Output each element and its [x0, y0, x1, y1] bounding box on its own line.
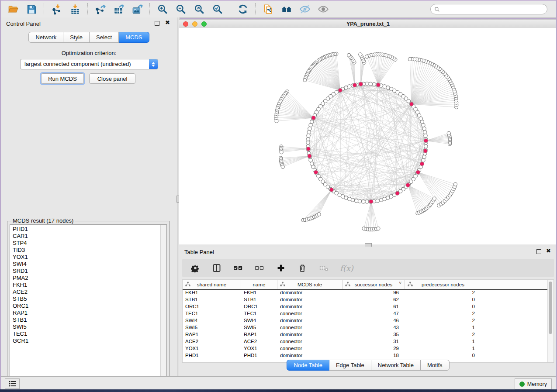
show-all-icon[interactable]: [317, 3, 329, 15]
table-scrollbar[interactable]: [547, 280, 554, 362]
zoom-fit-icon[interactable]: [193, 3, 205, 15]
network-canvas[interactable]: [179, 28, 557, 244]
search-box[interactable]: [430, 4, 547, 14]
table-cell[interactable]: 96: [343, 290, 405, 295]
tab-motifs[interactable]: Motifs: [421, 360, 450, 371]
mcds-result-item[interactable]: RAP1: [10, 309, 160, 316]
table-cell[interactable]: ORC1: [241, 304, 277, 309]
table-cell[interactable]: 2: [405, 332, 481, 337]
table-cell[interactable]: SWI5: [241, 325, 277, 330]
refresh-layout-icon[interactable]: [237, 3, 249, 15]
table-cell[interactable]: SWI4: [183, 318, 241, 323]
hide-selected-icon[interactable]: [299, 3, 311, 15]
table-cell[interactable]: PHD1: [241, 353, 277, 358]
zoom-in-icon[interactable]: [156, 3, 169, 15]
table-cell[interactable]: SWI5: [183, 325, 241, 330]
table-cell[interactable]: dominator: [277, 318, 343, 323]
table-cell[interactable]: 1: [405, 346, 481, 351]
table-cell[interactable]: 43: [343, 325, 405, 330]
table-cell[interactable]: 1: [405, 339, 481, 344]
mcds-result-item[interactable]: SWI4: [10, 261, 160, 268]
mcds-result-item[interactable]: PMA2: [10, 275, 160, 282]
table-cell[interactable]: 31: [343, 339, 405, 344]
columns-icon[interactable]: [211, 263, 222, 273]
mcds-result-item[interactable]: ACE2: [10, 289, 160, 296]
table-cell[interactable]: 29: [343, 346, 405, 351]
float-panel-icon[interactable]: [536, 249, 541, 254]
save-session-icon[interactable]: [25, 3, 38, 15]
table-cell[interactable]: 18: [343, 353, 405, 358]
table-row[interactable]: PHD1PHD1dominator180: [183, 352, 548, 359]
zoom-out-icon[interactable]: [175, 3, 187, 15]
scrollbar-thumb[interactable]: [549, 282, 552, 334]
network-titlebar[interactable]: YPA_prune.txt_1: [179, 19, 557, 28]
duplicate-network-icon[interactable]: [262, 3, 274, 15]
tab-mcds[interactable]: MCDS: [119, 32, 149, 43]
mcds-result-item[interactable]: STB1: [10, 316, 160, 323]
table-cell[interactable]: ACE2: [241, 339, 277, 344]
table-cell[interactable]: 35: [343, 332, 405, 337]
mcds-result-item[interactable]: PHD1: [10, 226, 160, 233]
mcds-result-item[interactable]: TID3: [10, 247, 160, 254]
table-cell[interactable]: dominator: [277, 332, 343, 337]
table-cell[interactable]: dominator: [277, 304, 343, 309]
table-row[interactable]: TEC1TEC1connector472: [183, 310, 548, 317]
table-row[interactable]: STB1STB1dominator620: [183, 296, 548, 303]
table-cell[interactable]: SWI4: [241, 318, 277, 323]
tab-style[interactable]: Style: [63, 32, 90, 43]
mcds-result-list[interactable]: PHD1CAR1STP4TID3YOX1SWI4SRD1PMA2FKH1ACE2…: [10, 224, 167, 382]
table-cell[interactable]: dominator: [277, 290, 343, 295]
mcds-list-scrollbar[interactable]: [160, 225, 166, 381]
first-neighbors-icon[interactable]: [280, 3, 293, 15]
table-row[interactable]: FKH1FKH1dominator962: [183, 289, 548, 296]
table-cell[interactable]: YOX1: [241, 346, 277, 351]
show-panels-button[interactable]: [5, 378, 20, 389]
table-cell[interactable]: TEC1: [183, 311, 241, 316]
table-cell[interactable]: 61: [343, 304, 405, 309]
export-table-icon[interactable]: [113, 3, 125, 15]
mcds-result-item[interactable]: SRD1: [10, 268, 160, 275]
table-cell[interactable]: FKH1: [183, 290, 241, 295]
table-row[interactable]: YOX1YOX1connector291: [183, 345, 548, 352]
zoom-selected-icon[interactable]: [211, 3, 224, 15]
table-row[interactable]: SWI5SWI5connector431: [183, 324, 548, 331]
table-row[interactable]: ORC1ORC1dominator610: [183, 303, 548, 310]
float-panel-icon[interactable]: [155, 21, 159, 26]
mcds-result-item[interactable]: ORC1: [10, 303, 160, 309]
table-cell[interactable]: TEC1: [241, 311, 277, 316]
mcds-result-item[interactable]: TEC1: [10, 330, 160, 337]
mcds-result-item[interactable]: YOX1: [10, 254, 160, 261]
mcds-result-item[interactable]: GCR1: [10, 337, 160, 344]
table-cell[interactable]: connector: [277, 346, 343, 351]
export-network-icon[interactable]: [94, 3, 107, 15]
import-network-icon[interactable]: [51, 3, 63, 15]
export-image-icon[interactable]: [131, 3, 143, 15]
table-row[interactable]: SWI4SWI4dominator462: [183, 317, 548, 324]
table-cell[interactable]: PHD1: [183, 353, 241, 358]
close-panel-icon[interactable]: ✖: [546, 248, 551, 254]
table-cell[interactable]: 62: [343, 297, 405, 302]
close-panel-icon[interactable]: ✖: [165, 20, 170, 25]
table-cell[interactable]: dominator: [277, 353, 343, 358]
mcds-result-item[interactable]: FKH1: [10, 282, 160, 289]
column-header-predecessor-nodes[interactable]: predecessor nodes: [405, 280, 481, 289]
table-cell[interactable]: RAP1: [241, 332, 277, 337]
mcds-result-item[interactable]: CAR1: [10, 233, 160, 240]
run-mcds-button[interactable]: Run MCDS: [41, 73, 84, 84]
column-header-mcds-role[interactable]: MCDS role: [277, 280, 343, 289]
add-column-icon[interactable]: [276, 263, 286, 273]
table-cell[interactable]: FKH1: [241, 290, 277, 295]
table-cell[interactable]: 2: [405, 311, 481, 316]
table-cell[interactable]: RAP1: [183, 332, 241, 337]
column-header-name[interactable]: name: [241, 280, 277, 289]
import-table-icon[interactable]: [69, 3, 81, 15]
open-file-icon[interactable]: [7, 3, 19, 15]
table-row[interactable]: RAP1RAP1dominator352: [183, 331, 548, 338]
table-cell[interactable]: STB1: [241, 297, 277, 302]
table-cell[interactable]: dominator: [277, 297, 343, 302]
delete-column-icon[interactable]: [297, 263, 308, 273]
tab-select[interactable]: Select: [90, 32, 119, 43]
table-cell[interactable]: 46: [343, 318, 405, 323]
search-input[interactable]: [442, 6, 547, 13]
table-cell[interactable]: 0: [405, 297, 481, 302]
